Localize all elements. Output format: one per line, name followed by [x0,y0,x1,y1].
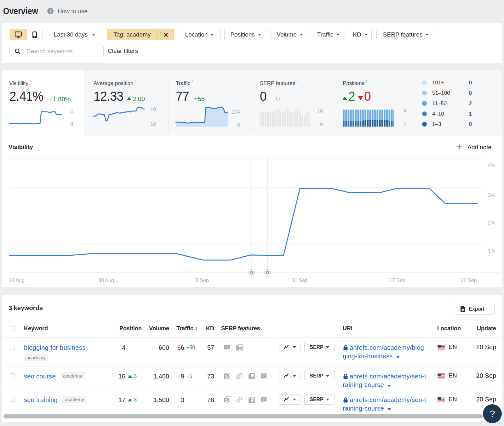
svg-text:?: ? [263,397,265,401]
svg-text:?: ? [263,374,265,378]
svg-text:?: ? [226,345,228,349]
